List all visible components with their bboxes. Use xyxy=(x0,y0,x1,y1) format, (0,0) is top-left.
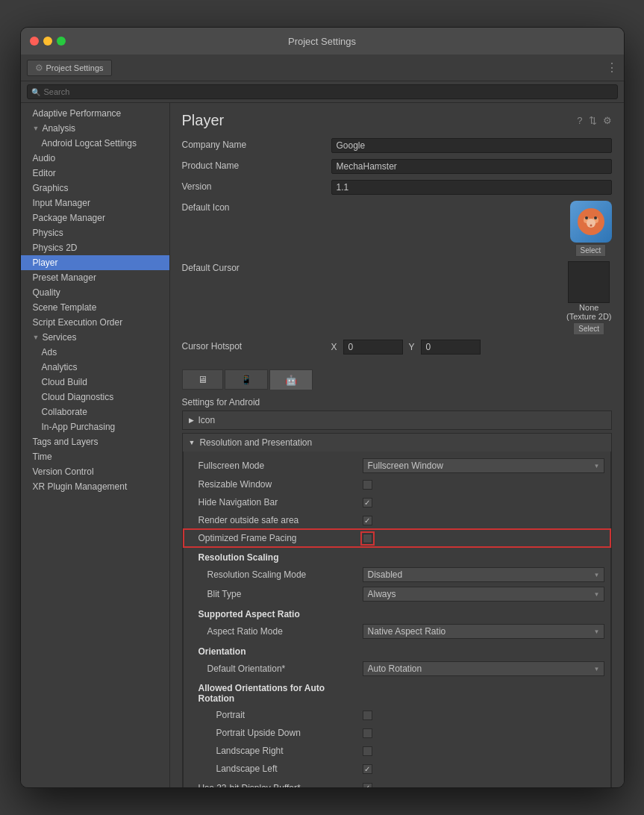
sidebar-item-in-app-purchasing[interactable]: In-App Purchasing xyxy=(21,419,169,434)
sidebar-item-preset-manager[interactable]: Preset Manager xyxy=(21,270,169,285)
sidebar-item-editor[interactable]: Editor xyxy=(21,166,169,181)
sidebar-item-script-execution-order[interactable]: Script Execution Order xyxy=(21,315,169,330)
sidebar-item-analysis[interactable]: ▼ Analysis xyxy=(21,121,169,136)
product-name-row: Product Name xyxy=(182,159,612,175)
fullscreen-mode-dropdown[interactable]: Fullscreen Window Exclusive Fullscreen W… xyxy=(363,458,604,473)
orientation-header-row: Orientation xyxy=(184,641,610,659)
sidebar-item-audio[interactable]: Audio xyxy=(21,151,169,166)
traffic-lights xyxy=(30,37,66,46)
hide-nav-bar-checkbox[interactable] xyxy=(363,498,372,508)
optimized-frame-checkbox[interactable] xyxy=(363,534,372,543)
resolution-scaling-dropdown[interactable]: Disabled Fixed DPI xyxy=(363,567,604,582)
page-title: Player xyxy=(182,112,225,129)
cursor-hotspot-row: Cursor Hotspot X Y xyxy=(182,340,612,356)
sidebar-item-cloud-diagnostics[interactable]: Cloud Diagnostics xyxy=(21,390,169,405)
sidebar-item-ads[interactable]: Ads xyxy=(21,345,169,360)
default-cursor-value: None (Texture 2D) Select xyxy=(331,261,612,335)
company-name-label: Company Name xyxy=(182,138,331,150)
landscape-right-control xyxy=(363,746,604,756)
blit-type-row: Blit Type Always Never Auto ▼ xyxy=(184,584,610,604)
sidebar-item-services[interactable]: ▼ Services xyxy=(21,330,169,345)
search-input[interactable] xyxy=(27,84,618,99)
sidebar-item-player[interactable]: Player xyxy=(21,255,169,270)
product-name-input[interactable] xyxy=(331,159,612,174)
sidebar-item-package-manager[interactable]: Package Manager xyxy=(21,210,169,225)
resolution-scaling-dropdown-wrapper: Disabled Fixed DPI ▼ xyxy=(363,567,604,582)
x-label: X xyxy=(331,342,337,352)
orientation-header: Orientation xyxy=(198,646,363,657)
default-icon-row: Default Icon xyxy=(182,201,612,257)
aspect-ratio-dropdown[interactable]: Native Aspect Ratio Legacy Wide Screen xyxy=(363,624,604,639)
resizable-window-checkbox[interactable] xyxy=(363,480,372,490)
minimize-button[interactable] xyxy=(43,37,52,46)
allowed-orientations-header: Allowed Orientations for Auto Rotation xyxy=(198,683,363,704)
more-options-icon[interactable]: ⋮ xyxy=(606,60,618,75)
resolution-scaling-header-row: Resolution Scaling xyxy=(184,547,610,565)
settings-for-label: Settings for Android xyxy=(182,393,612,410)
landscape-left-row: Landscape Left xyxy=(184,760,610,778)
cursor-hotspot-value: X Y xyxy=(331,340,612,355)
portrait-checkbox[interactable] xyxy=(363,711,372,720)
content-area: Player ? ⇅ ⚙ Company Name Product Name xyxy=(170,103,624,787)
company-name-input[interactable] xyxy=(331,138,612,153)
sidebar-item-physics[interactable]: Physics xyxy=(21,225,169,240)
resolution-collapse-header[interactable]: ▼ Resolution and Presentation xyxy=(183,434,611,452)
maximize-button[interactable] xyxy=(57,37,66,46)
mobile-tab[interactable]: 📱 xyxy=(225,369,268,390)
x-input[interactable] xyxy=(343,340,403,355)
fields-section: Company Name Product Name Version xyxy=(170,135,624,366)
icon-collapse-header[interactable]: ▶ Icon xyxy=(183,411,611,429)
sidebar-item-physics-2d[interactable]: Physics 2D xyxy=(21,240,169,255)
android-tab[interactable]: 🤖 xyxy=(269,369,313,390)
default-orientation-control: Auto Rotation Portrait Portrait Upside D… xyxy=(363,661,604,676)
resolution-section-label: Resolution and Presentation xyxy=(199,437,312,448)
analysis-arrow: ▼ xyxy=(33,125,40,132)
sidebar-item-time[interactable]: Time xyxy=(21,449,169,464)
landscape-right-checkbox[interactable] xyxy=(363,746,372,756)
sidebar-item-analytics[interactable]: Analytics xyxy=(21,360,169,375)
y-input[interactable] xyxy=(421,340,481,355)
sidebar-item-version-control[interactable]: Version Control xyxy=(21,464,169,479)
render-outside-checkbox[interactable] xyxy=(363,516,372,525)
settings-icon[interactable]: ⚙ xyxy=(603,115,612,126)
close-button[interactable] xyxy=(30,37,39,46)
sidebar-item-quality[interactable]: Quality xyxy=(21,285,169,300)
product-name-value xyxy=(331,159,612,174)
sidebar-item-adaptive-performance[interactable]: Adaptive Performance xyxy=(21,106,169,121)
sidebar-item-android-logcat[interactable]: Android Logcat Settings xyxy=(21,136,169,151)
blit-type-label: Blit Type xyxy=(198,589,363,599)
landscape-left-checkbox[interactable] xyxy=(363,764,372,774)
company-name-value xyxy=(331,138,612,153)
use-32bit-checkbox[interactable] xyxy=(363,783,372,787)
version-input[interactable] xyxy=(331,180,612,195)
default-orientation-dropdown[interactable]: Auto Rotation Portrait Portrait Upside D… xyxy=(363,661,604,676)
sidebar-item-graphics[interactable]: Graphics xyxy=(21,181,169,196)
project-settings-tab[interactable]: ⚙ Project Settings xyxy=(27,60,112,76)
sidebar-item-input-manager[interactable]: Input Manager xyxy=(21,196,169,210)
resolution-scaling-mode-control: Disabled Fixed DPI ▼ xyxy=(363,567,604,582)
icon-select-button[interactable]: Select xyxy=(575,244,607,257)
blit-type-dropdown[interactable]: Always Never Auto xyxy=(363,587,604,602)
desktop-tab[interactable]: 🖥 xyxy=(182,369,223,390)
cursor-select-button[interactable]: Select xyxy=(573,322,604,335)
layout-icon[interactable]: ⇅ xyxy=(589,115,597,126)
aspect-ratio-mode-label: Aspect Ratio Mode xyxy=(198,626,363,637)
render-outside-row: Render outside safe area xyxy=(184,511,610,529)
sidebar-item-cloud-build[interactable]: Cloud Build xyxy=(21,375,169,390)
help-icon[interactable]: ? xyxy=(577,115,582,126)
use-32bit-row: Use 32-bit Display Buffer* xyxy=(184,778,610,787)
sidebar-item-tags-and-layers[interactable]: Tags and Layers xyxy=(21,434,169,449)
tab-label: Project Settings xyxy=(46,63,104,72)
fullscreen-mode-control: Fullscreen Window Exclusive Fullscreen W… xyxy=(363,458,604,473)
sidebar-item-scene-template[interactable]: Scene Template xyxy=(21,300,169,315)
sidebar-item-xr-plugin-management[interactable]: XR Plugin Management xyxy=(21,479,169,494)
search-wrapper: 🔍 xyxy=(27,84,618,99)
portrait-upside-down-checkbox[interactable] xyxy=(363,728,372,738)
use-32bit-label: Use 32-bit Display Buffer* xyxy=(198,783,363,788)
render-outside-label: Render outside safe area xyxy=(198,515,363,525)
main-window: Project Settings ⚙ Project Settings ⋮ 🔍 … xyxy=(20,27,625,788)
icon-section-label: Icon xyxy=(198,415,216,425)
sidebar-item-collaborate[interactable]: Collaborate xyxy=(21,405,169,419)
y-label: Y xyxy=(409,342,415,352)
portrait-upside-down-label: Portrait Upside Down xyxy=(198,728,363,738)
